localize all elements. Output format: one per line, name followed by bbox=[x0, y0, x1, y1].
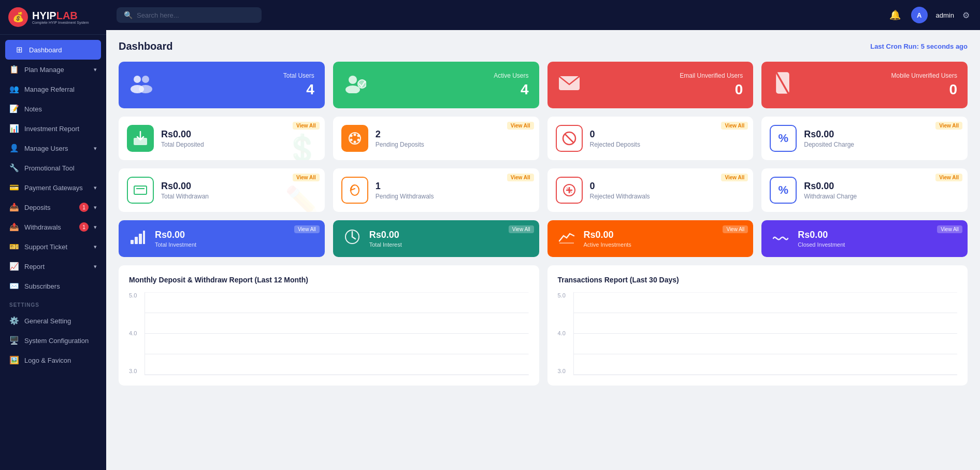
search-input[interactable] bbox=[137, 11, 254, 19]
sidebar-item-promotional-tool[interactable]: 🔧 Promotional Tool bbox=[0, 158, 106, 178]
deposited-charge-icon: % bbox=[770, 125, 797, 152]
invest-view-all[interactable]: View All bbox=[937, 225, 962, 233]
invest-view-all[interactable]: View All bbox=[509, 225, 534, 233]
notification-button[interactable]: 🔔 bbox=[887, 7, 903, 23]
view-all-badge[interactable]: View All bbox=[293, 122, 320, 130]
withdrawal-stat-cards: Rs0.00 Total Withdrawan View All ✏️ 1 Pe… bbox=[119, 168, 968, 212]
stat-card-active-users: Active Users 4 bbox=[333, 62, 539, 108]
svg-line-20 bbox=[565, 134, 573, 143]
chevron-down-icon: ▾ bbox=[94, 244, 97, 250]
stat-label: Total Users bbox=[162, 72, 314, 79]
mini-card-label: Deposited Charge bbox=[804, 141, 959, 148]
stat-value: 4 bbox=[162, 81, 314, 98]
sidebar-item-dashboard[interactable]: ⊞ Dashboard bbox=[5, 40, 101, 60]
mini-card-info: 0 Rejected Deposits bbox=[590, 129, 745, 148]
top-stat-cards: Total Users 4 Active Users 4 bbox=[119, 62, 968, 108]
logo-favicon-icon: 🖼️ bbox=[9, 355, 19, 365]
topbar-right: 🔔 A admin ⚙ bbox=[887, 7, 970, 23]
invest-label: Closed Investment bbox=[798, 241, 958, 248]
pending-withdrawals-icon bbox=[341, 177, 368, 204]
monthly-chart-area: 5.0 4.0 3.0 bbox=[129, 292, 529, 375]
stat-info-total-users: Total Users 4 bbox=[162, 72, 314, 98]
sidebar-item-label: Subscribers bbox=[24, 282, 97, 290]
page-header: Dashboard Last Cron Run: 5 seconds ago bbox=[119, 40, 968, 52]
invest-card-closed-investment: Rs0.00 Closed Investment View All bbox=[761, 220, 968, 257]
active-investments-icon bbox=[557, 229, 577, 249]
sidebar: 💰 HYIPLAB Complete HYIP Investment Syste… bbox=[0, 0, 106, 470]
sidebar-item-report[interactable]: 📈 Report ▾ bbox=[0, 257, 106, 276]
sidebar-item-manage-referral[interactable]: 👥 Manage Referral bbox=[0, 79, 106, 99]
stat-value: 0 bbox=[589, 81, 743, 98]
sidebar-item-withdrawals[interactable]: 📤 Withdrawals 1 ▾ bbox=[0, 217, 106, 237]
page-title: Dashboard bbox=[119, 40, 172, 52]
svg-point-14 bbox=[353, 134, 356, 136]
settings-gear-icon[interactable]: ⚙ bbox=[962, 10, 970, 20]
sidebar-item-logo-favicon[interactable]: 🖼️ Logo & Favicon bbox=[0, 350, 106, 370]
view-all-badge[interactable]: View All bbox=[721, 122, 748, 130]
chevron-down-icon: ▾ bbox=[94, 184, 97, 191]
svg-rect-31 bbox=[143, 231, 145, 244]
chart-canvas bbox=[145, 292, 529, 375]
avatar: A bbox=[911, 7, 928, 23]
sidebar-item-system-configuration[interactable]: 🖥️ System Configuration bbox=[0, 331, 106, 350]
chevron-down-icon: ▾ bbox=[94, 145, 97, 152]
svg-point-3 bbox=[139, 85, 152, 93]
mini-card-total-deposited: Rs0.00 Total Deposited View All 💲 bbox=[119, 117, 325, 160]
promotional-icon: 🔧 bbox=[9, 163, 19, 173]
svg-point-5 bbox=[345, 86, 360, 93]
closed-investment-icon bbox=[771, 231, 790, 247]
system-config-icon: 🖥️ bbox=[9, 336, 19, 345]
stat-label: Mobile Unverified Users bbox=[802, 72, 957, 79]
svg-point-15 bbox=[357, 135, 359, 137]
sidebar-item-label: Deposits bbox=[24, 204, 74, 211]
transactions-chart-card: Transactions Report (Last 30 Days) 5.0 4… bbox=[547, 265, 968, 386]
invest-view-all[interactable]: View All bbox=[294, 225, 320, 233]
view-all-badge[interactable]: View All bbox=[935, 174, 962, 181]
withdrawals-icon: 📤 bbox=[9, 222, 19, 232]
sidebar-item-payment-gateways[interactable]: 💳 Payment Gateways ▾ bbox=[0, 178, 106, 197]
manage-users-icon: 👤 bbox=[9, 144, 19, 153]
mini-card-value: Rs0.00 bbox=[804, 181, 959, 192]
view-all-badge[interactable]: View All bbox=[721, 174, 748, 181]
sidebar-item-investment-report[interactable]: 📊 Investment Report bbox=[0, 119, 106, 138]
mini-card-info: 0 Rejected Withdrawals bbox=[590, 181, 745, 200]
deposits-badge: 1 bbox=[79, 203, 89, 212]
stat-value: 0 bbox=[802, 81, 957, 98]
invest-value: Rs0.00 bbox=[798, 230, 958, 240]
svg-point-13 bbox=[350, 135, 352, 137]
cron-label: Last Cron Run: bbox=[870, 42, 921, 50]
invest-value: Rs0.00 bbox=[369, 230, 530, 240]
chart-y-labels: 5.0 4.0 3.0 bbox=[129, 292, 137, 375]
sidebar-item-deposits[interactable]: 📥 Deposits 1 ▾ bbox=[0, 197, 106, 217]
sidebar-item-manage-users[interactable]: 👤 Manage Users ▾ bbox=[0, 138, 106, 158]
view-all-badge[interactable]: View All bbox=[935, 122, 962, 130]
view-all-badge[interactable]: View All bbox=[507, 174, 534, 181]
svg-point-4 bbox=[349, 76, 357, 84]
sidebar-item-notes[interactable]: 📝 Notes bbox=[0, 99, 106, 119]
mini-card-rejected-deposits: 0 Rejected Deposits View All bbox=[547, 117, 754, 160]
sidebar-item-general-setting[interactable]: ⚙️ General Setting bbox=[0, 311, 106, 331]
svg-point-17 bbox=[353, 141, 356, 144]
invest-info: Rs0.00 Total Investment bbox=[155, 230, 315, 248]
sidebar-item-plan-manage[interactable]: 📋 Plan Manage ▾ bbox=[0, 60, 106, 79]
total-investment-icon bbox=[128, 229, 148, 249]
mobile-icon bbox=[772, 72, 794, 98]
view-all-badge[interactable]: View All bbox=[293, 174, 320, 181]
cron-info: Last Cron Run: 5 seconds ago bbox=[870, 42, 968, 50]
invest-view-all[interactable]: View All bbox=[723, 225, 748, 233]
deposit-stat-cards: Rs0.00 Total Deposited View All 💲 bbox=[119, 117, 968, 160]
monthly-chart-title: Monthly Deposit & Withdraw Report (Last … bbox=[129, 276, 529, 284]
sidebar-item-subscribers[interactable]: ✉️ Subscribers bbox=[0, 276, 106, 296]
view-all-badge[interactable]: View All bbox=[507, 122, 534, 130]
sidebar-item-support-ticket[interactable]: 🎫 Support Ticket ▾ bbox=[0, 237, 106, 257]
monthly-chart-card: Monthly Deposit & Withdraw Report (Last … bbox=[119, 265, 539, 386]
invest-label: Active Investments bbox=[584, 241, 744, 248]
chevron-down-icon: ▾ bbox=[94, 224, 97, 231]
search-box[interactable]: 🔍 bbox=[117, 7, 262, 23]
invest-label: Total Investment bbox=[155, 241, 315, 248]
cron-value: 5 seconds ago bbox=[921, 42, 968, 50]
mini-card-label: Withdrawal Charge bbox=[804, 193, 959, 200]
chevron-down-icon: ▾ bbox=[94, 204, 97, 211]
report-icon: 📈 bbox=[9, 262, 19, 271]
sidebar-item-label: Plan Manage bbox=[24, 66, 89, 74]
